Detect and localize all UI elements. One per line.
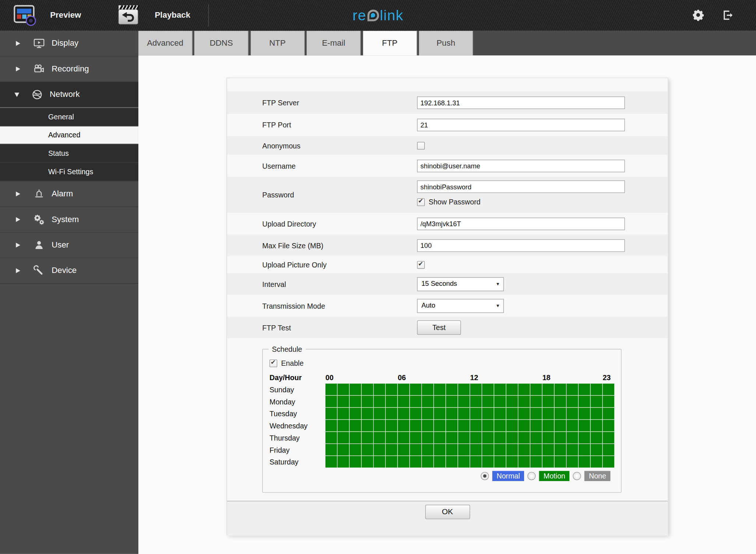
preview-nav[interactable]: Preview — [14, 0, 81, 31]
sidebar-item-user[interactable]: User — [0, 232, 138, 258]
none-mode-label[interactable]: None — [584, 471, 611, 481]
show-password-checkbox[interactable] — [417, 198, 425, 206]
schedule-cell[interactable] — [374, 444, 385, 455]
schedule-cell[interactable] — [386, 456, 397, 467]
schedule-cell[interactable] — [422, 396, 433, 407]
schedule-cell[interactable] — [506, 456, 517, 467]
schedule-cell[interactable] — [518, 456, 530, 467]
schedule-cell[interactable] — [361, 420, 373, 431]
schedule-cell[interactable] — [518, 408, 530, 419]
schedule-cell[interactable] — [361, 456, 373, 467]
tab-ftp[interactable]: FTP — [363, 31, 417, 56]
schedule-cell[interactable] — [374, 408, 385, 419]
schedule-cell[interactable] — [470, 396, 481, 407]
schedule-cell[interactable] — [518, 396, 530, 407]
schedule-cell[interactable] — [470, 444, 481, 455]
anonymous-checkbox[interactable] — [417, 141, 425, 149]
schedule-cell[interactable] — [482, 420, 494, 431]
transmission-mode-select[interactable]: Auto ▼ — [417, 299, 504, 313]
schedule-cell[interactable] — [603, 408, 614, 419]
schedule-enable-checkbox[interactable] — [269, 359, 277, 367]
schedule-cell[interactable] — [470, 456, 481, 467]
schedule-cell[interactable] — [374, 456, 385, 467]
schedule-cell[interactable] — [482, 396, 494, 407]
schedule-cell[interactable] — [482, 444, 494, 455]
schedule-cell[interactable] — [530, 432, 542, 443]
schedule-cell[interactable] — [603, 456, 614, 467]
schedule-cell[interactable] — [325, 432, 337, 443]
schedule-cell[interactable] — [374, 396, 385, 407]
interval-select[interactable]: 15 Seconds ▼ — [417, 277, 504, 291]
schedule-cell[interactable] — [591, 383, 602, 395]
schedule-cell[interactable] — [386, 420, 397, 431]
schedule-cell[interactable] — [506, 432, 517, 443]
ok-button[interactable]: OK — [425, 505, 470, 519]
ftp-server-input[interactable] — [417, 96, 625, 109]
schedule-cell[interactable] — [566, 408, 578, 419]
settings-gear-icon[interactable] — [692, 9, 704, 21]
sidebar-item-advanced[interactable]: Advanced — [0, 126, 138, 145]
playback-nav[interactable]: Playback — [117, 0, 190, 31]
schedule-cell[interactable] — [446, 432, 458, 443]
schedule-cell[interactable] — [446, 408, 458, 419]
tab-advanced[interactable]: Advanced — [138, 31, 192, 56]
schedule-cell[interactable] — [554, 408, 566, 419]
schedule-cell[interactable] — [530, 420, 542, 431]
schedule-cell[interactable] — [506, 420, 517, 431]
upload-directory-input[interactable] — [417, 217, 625, 230]
schedule-cell[interactable] — [506, 396, 517, 407]
schedule-cell[interactable] — [350, 383, 361, 395]
schedule-cell[interactable] — [374, 420, 385, 431]
schedule-cell[interactable] — [386, 408, 397, 419]
sidebar-item-device[interactable]: Device — [0, 258, 138, 284]
schedule-cell[interactable] — [410, 444, 421, 455]
schedule-cell[interactable] — [458, 383, 469, 395]
sidebar-item-wifi-settings[interactable]: Wi-Fi Settings — [0, 163, 138, 182]
schedule-cell[interactable] — [543, 408, 554, 419]
schedule-cell[interactable] — [543, 444, 554, 455]
schedule-cell[interactable] — [446, 383, 458, 395]
schedule-cell[interactable] — [434, 444, 445, 455]
schedule-cell[interactable] — [579, 456, 590, 467]
schedule-cell[interactable] — [398, 383, 409, 395]
schedule-cell[interactable] — [350, 420, 361, 431]
schedule-cell[interactable] — [325, 408, 337, 419]
schedule-cell[interactable] — [361, 432, 373, 443]
sidebar-item-status[interactable]: Status — [0, 145, 138, 163]
schedule-cell[interactable] — [579, 432, 590, 443]
schedule-cell[interactable] — [446, 444, 458, 455]
schedule-cell[interactable] — [434, 420, 445, 431]
schedule-cell[interactable] — [482, 383, 494, 395]
schedule-cell[interactable] — [350, 396, 361, 407]
tab-ntp[interactable]: NTP — [251, 31, 305, 56]
schedule-cell[interactable] — [434, 456, 445, 467]
schedule-cell[interactable] — [518, 420, 530, 431]
sidebar-item-general[interactable]: General — [0, 108, 138, 126]
schedule-cell[interactable] — [566, 456, 578, 467]
schedule-cell[interactable] — [543, 396, 554, 407]
schedule-grid[interactable] — [325, 383, 615, 469]
schedule-cell[interactable] — [591, 444, 602, 455]
schedule-cell[interactable] — [446, 420, 458, 431]
schedule-cell[interactable] — [458, 408, 469, 419]
schedule-cell[interactable] — [591, 396, 602, 407]
schedule-cell[interactable] — [603, 420, 614, 431]
schedule-cell[interactable] — [566, 396, 578, 407]
schedule-cell[interactable] — [361, 408, 373, 419]
schedule-cell[interactable] — [398, 408, 409, 419]
sidebar-item-recording[interactable]: Recording — [0, 56, 138, 82]
schedule-cell[interactable] — [506, 383, 517, 395]
schedule-cell[interactable] — [603, 444, 614, 455]
tab-ddns[interactable]: DDNS — [195, 31, 249, 56]
schedule-cell[interactable] — [350, 432, 361, 443]
schedule-cell[interactable] — [422, 408, 433, 419]
schedule-cell[interactable] — [543, 383, 554, 395]
schedule-cell[interactable] — [410, 383, 421, 395]
schedule-cell[interactable] — [470, 420, 481, 431]
schedule-cell[interactable] — [554, 456, 566, 467]
schedule-cell[interactable] — [494, 420, 506, 431]
schedule-cell[interactable] — [591, 408, 602, 419]
schedule-cell[interactable] — [446, 396, 458, 407]
schedule-cell[interactable] — [506, 444, 517, 455]
schedule-cell[interactable] — [410, 396, 421, 407]
